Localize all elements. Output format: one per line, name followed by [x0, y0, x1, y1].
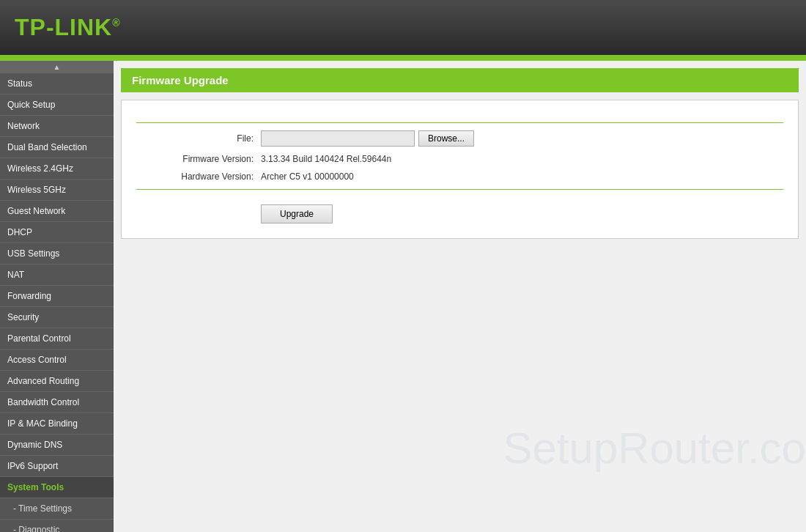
firmware-version-row: Firmware Version: 3.13.34 Build 140424 R… [136, 154, 783, 164]
file-row: File: Browse... [136, 130, 783, 147]
sidebar-item-guest-network[interactable]: Guest Network [0, 201, 114, 222]
sidebar-item-usb-settings[interactable]: USB Settings [0, 243, 114, 265]
sidebar-item-network[interactable]: Network [0, 116, 114, 137]
header: TP-LINK® [0, 0, 806, 55]
file-input[interactable] [261, 130, 415, 147]
sidebar-item-nat[interactable]: NAT [0, 265, 114, 286]
logo-name: TP-LINK [15, 14, 112, 40]
page-title: Firmware Upgrade [121, 68, 799, 92]
content-area: Firmware Upgrade File: Browse... Firmwar… [114, 61, 806, 532]
firmware-version-value: 3.13.34 Build 140424 Rel.59644n [261, 154, 391, 164]
sidebar-item-ipv6-support[interactable]: IPv6 Support [0, 456, 114, 477]
sidebar-item-security[interactable]: Security [0, 307, 114, 328]
sidebar-item-forwarding[interactable]: Forwarding [0, 286, 114, 307]
upgrade-row: Upgrade [136, 197, 783, 223]
green-bar [0, 55, 806, 61]
bottom-separator [136, 189, 783, 190]
sidebar-item-wireless-24[interactable]: Wireless 2.4GHz [0, 158, 114, 180]
hardware-version-value: Archer C5 v1 00000000 [261, 171, 354, 182]
sidebar-item-access-control[interactable]: Access Control [0, 350, 114, 371]
logo-tm: ® [112, 17, 120, 29]
sidebar-item-dynamic-dns[interactable]: Dynamic DNS [0, 435, 114, 456]
hardware-version-label: Hardware Version: [136, 171, 254, 182]
sidebar-item-time-settings[interactable]: - Time Settings [0, 498, 114, 520]
sidebar-item-dual-band[interactable]: Dual Band Selection [0, 137, 114, 158]
sidebar-item-system-tools[interactable]: System Tools [0, 477, 114, 498]
sidebar-item-ip-mac-binding[interactable]: IP & MAC Binding [0, 413, 114, 435]
sidebar-item-wireless-5[interactable]: Wireless 5GHz [0, 180, 114, 201]
sidebar: ▲ StatusQuick SetupNetworkDual Band Sele… [0, 61, 114, 532]
sidebar-item-parental-control[interactable]: Parental Control [0, 328, 114, 350]
sidebar-item-dhcp[interactable]: DHCP [0, 222, 114, 243]
sidebar-item-quick-setup[interactable]: Quick Setup [0, 95, 114, 116]
watermark: SetupRouter.co [503, 423, 806, 473]
sidebar-item-diagnostic[interactable]: - Diagnostic [0, 520, 114, 532]
scroll-up-arrow[interactable]: ▲ [0, 61, 114, 73]
main-layout: ▲ StatusQuick SetupNetworkDual Band Sele… [0, 61, 806, 532]
upgrade-button[interactable]: Upgrade [261, 204, 333, 223]
sidebar-item-status[interactable]: Status [0, 73, 114, 95]
form-area: File: Browse... Firmware Version: 3.13.3… [121, 100, 799, 239]
top-separator [136, 122, 783, 123]
hardware-version-row: Hardware Version: Archer C5 v1 00000000 [136, 171, 783, 182]
firmware-version-label: Firmware Version: [136, 154, 254, 164]
file-label: File: [136, 133, 254, 144]
logo: TP-LINK® [15, 14, 121, 41]
browse-button[interactable]: Browse... [418, 130, 474, 147]
sidebar-item-bandwidth-control[interactable]: Bandwidth Control [0, 392, 114, 413]
sidebar-item-advanced-routing[interactable]: Advanced Routing [0, 371, 114, 392]
